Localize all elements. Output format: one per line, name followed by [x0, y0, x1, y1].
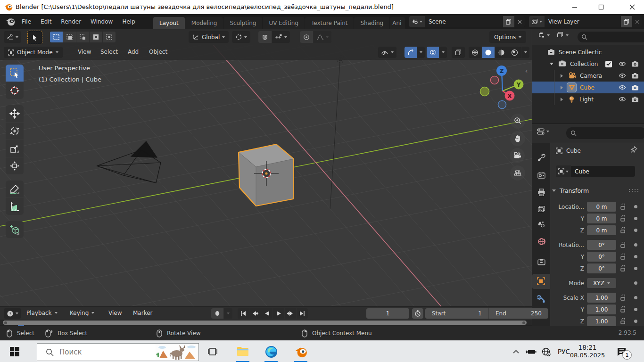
scene-browse-button[interactable]	[409, 16, 425, 27]
tab-animation[interactable]: Ani	[390, 17, 405, 29]
view-layer-browse-button[interactable]	[529, 16, 545, 27]
lock-icon[interactable]	[620, 242, 627, 248]
snap-settings-dropdown[interactable]	[272, 31, 290, 43]
close-button[interactable]	[620, 0, 644, 14]
shading-solid[interactable]	[482, 47, 495, 58]
outliner-row-scene-collection[interactable]: Scene Collectic	[532, 47, 644, 58]
timeline-menu-keying[interactable]: Keying	[70, 310, 94, 316]
timeline-scrollbar[interactable]	[3, 321, 527, 325]
hide-eye-icon[interactable]	[619, 84, 626, 90]
timeline-menu-playback[interactable]: Playback	[26, 310, 58, 316]
viewport-3d[interactable]: Object Mode View Select Add Object	[0, 45, 532, 306]
auto-keying-dropdown[interactable]	[224, 308, 232, 319]
properties-editor-type-button[interactable]	[537, 128, 549, 135]
pivot-dropdown[interactable]	[232, 31, 250, 43]
pan-button[interactable]	[510, 131, 525, 146]
animate-dot[interactable]	[634, 217, 637, 220]
maximize-button[interactable]	[590, 0, 612, 14]
editor-type-button[interactable]	[4, 31, 21, 43]
snap-toggle[interactable]	[258, 31, 272, 43]
collection-checkbox[interactable]	[605, 61, 612, 67]
rotation-x-field[interactable]: 0°	[587, 240, 616, 250]
animate-dot[interactable]	[634, 205, 637, 208]
tab-layout[interactable]: Layout	[153, 17, 185, 29]
outliner-display-mode-button[interactable]	[557, 32, 569, 39]
perspective-toggle-button[interactable]	[510, 165, 525, 181]
toolbar-annotate[interactable]	[6, 181, 24, 197]
lock-icon[interactable]	[620, 295, 627, 301]
play-reverse-button[interactable]	[261, 308, 272, 319]
location-z-field[interactable]: 0 m	[587, 225, 616, 235]
select-mode-tweak[interactable]	[50, 32, 63, 42]
edge-button[interactable]	[260, 341, 282, 362]
disable-render-icon[interactable]	[631, 61, 639, 67]
navigation-gizmo[interactable]: Z Y X	[474, 63, 530, 115]
taskbar-search-box[interactable]	[37, 343, 199, 361]
toolbar-scale[interactable]	[6, 140, 24, 157]
disable-render-icon[interactable]	[631, 84, 639, 90]
shading-wireframe[interactable]	[469, 47, 481, 58]
toolbar-cursor[interactable]	[6, 82, 24, 99]
scale-y-field[interactable]: 1.00	[587, 304, 616, 314]
mode-dropdown[interactable]: Object Mode	[4, 47, 63, 58]
hide-eye-icon[interactable]	[619, 73, 626, 79]
tab-render[interactable]	[532, 168, 550, 182]
rotation-y-field[interactable]: 0°	[587, 252, 616, 262]
jump-to-start-button[interactable]	[238, 308, 249, 319]
scale-x-field[interactable]: 1.00	[587, 293, 616, 303]
toolbar-measure[interactable]	[6, 198, 24, 215]
network-tray-icon-button[interactable]	[538, 341, 553, 362]
hide-eye-icon[interactable]	[619, 61, 626, 67]
tab-tool[interactable]	[532, 150, 550, 165]
view-layer-name-field[interactable]: View Layer	[545, 16, 621, 27]
lock-icon[interactable]	[620, 227, 627, 234]
show-gizmos-toggle[interactable]	[405, 47, 417, 58]
scene-unlink-button[interactable]	[514, 16, 525, 27]
auto-keying-toggle[interactable]	[211, 308, 223, 319]
clock[interactable]: 18:21 08.05.2025	[568, 343, 607, 360]
lock-icon[interactable]	[620, 265, 627, 272]
minimize-button[interactable]	[564, 0, 586, 14]
file-explorer-button[interactable]	[232, 341, 254, 362]
timeline-menu-marker[interactable]: Marker	[133, 310, 152, 316]
gizmos-dropdown[interactable]	[417, 47, 425, 58]
animate-dot[interactable]	[634, 255, 637, 258]
battery-tray-icon-button[interactable]	[523, 341, 538, 362]
start-button[interactable]	[4, 341, 25, 362]
object-id-dropdown[interactable]	[556, 165, 571, 177]
overlays-dropdown[interactable]	[439, 47, 447, 58]
options-dropdown[interactable]: Options	[489, 31, 526, 43]
toolbar-add-cube[interactable]	[6, 221, 24, 238]
camera-view-button[interactable]	[510, 148, 525, 163]
menu-render[interactable]: Render	[56, 18, 86, 25]
object-name-field[interactable]	[571, 166, 635, 177]
select-mode-subtract[interactable]	[90, 32, 102, 42]
animate-dot[interactable]	[634, 320, 637, 323]
blender-app-icon[interactable]	[6, 17, 15, 26]
use-preview-range-button[interactable]	[412, 308, 423, 319]
outliner-row-cube[interactable]: Cube	[532, 82, 644, 93]
action-center-button[interactable]: 1	[611, 341, 632, 362]
show-overlays-toggle[interactable]	[427, 47, 439, 58]
xray-toggle[interactable]	[452, 47, 465, 58]
scene-name-field[interactable]: Scene	[425, 16, 503, 27]
viewport-menu-view[interactable]: View	[73, 49, 96, 55]
properties-search[interactable]	[566, 127, 644, 139]
tab-sculpting[interactable]: Sculpting	[223, 17, 262, 29]
shading-dropdown[interactable]	[521, 47, 529, 58]
menu-file[interactable]: File	[17, 18, 36, 25]
viewport-menu-object[interactable]: Object	[144, 49, 172, 55]
search-highlight-image[interactable]	[156, 344, 198, 360]
outliner-row-collection[interactable]: Collection	[532, 58, 644, 70]
toolbar-move[interactable]	[6, 105, 24, 122]
tab-modeling[interactable]: Modeling	[185, 17, 223, 29]
viewport-menu-select[interactable]: Select	[96, 49, 123, 55]
collapse-icon[interactable]	[550, 63, 553, 65]
search-input[interactable]	[58, 347, 145, 357]
jump-to-prev-keyframe-button[interactable]	[249, 308, 261, 319]
shading-rendered[interactable]	[508, 47, 521, 58]
menu-window[interactable]: Window	[86, 18, 117, 25]
location-y-field[interactable]: 0 m	[587, 214, 616, 223]
end-frame-field[interactable]: End 250	[489, 308, 548, 319]
view-layer-new-button[interactable]	[621, 16, 632, 27]
